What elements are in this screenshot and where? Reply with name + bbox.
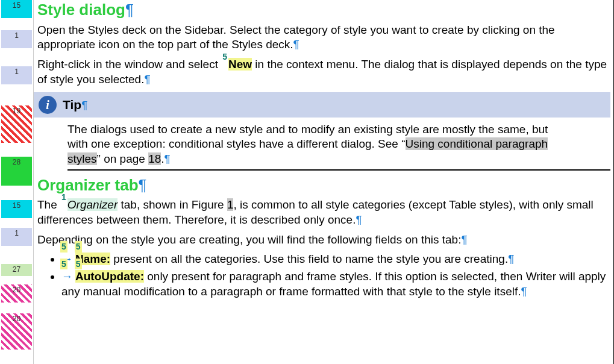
pilcrow-icon: ¶ (356, 213, 362, 226)
pilcrow-icon: ¶ (139, 176, 147, 194)
gutter-mark: 28 (1, 157, 32, 186)
pilcrow-icon: ¶ (164, 152, 171, 165)
right-margin-line (612, 0, 614, 364)
heading-block: Organizer tab¶ (34, 175, 610, 196)
text-run: Right-click in the window and select (37, 58, 218, 71)
para-right-click: Right-click in the window and select 5Ne… (37, 57, 610, 87)
revision-mark: 5 (221, 52, 228, 61)
pilcrow-icon: ¶ (144, 73, 150, 86)
paragraph: Right-click in the window and select 5Ne… (34, 57, 610, 87)
pilcrow-icon: ¶ (521, 285, 527, 298)
margin-gutter: 15111928151272020 (0, 0, 34, 364)
heading-text: Style dialog (37, 1, 125, 19)
pilcrow-icon: ¶ (81, 99, 87, 111)
revision-marks: 5 5 (60, 241, 82, 252)
list-item-name: 5 5 →Name: present on all the categories… (61, 252, 610, 267)
para-open-styles: Open the Styles deck on the Sidebar. Sel… (37, 23, 610, 52)
heading-style-dialog: Style dialog¶ (37, 0, 610, 20)
tip-label: Tip (63, 98, 81, 111)
text-run: ” on page (97, 152, 149, 165)
tab-arrow-icon: → (61, 270, 73, 283)
highlight-new: New (228, 58, 252, 71)
gutter-mark: 20 (1, 284, 32, 303)
heading-organizer-tab: Organizer tab¶ (37, 175, 610, 196)
revision-mark: 1 (60, 192, 67, 202)
document-body: Style dialog¶ Open the Styles deck on th… (34, 0, 614, 364)
revision-mark: 5 (75, 241, 82, 252)
revision-mark: 5 (60, 241, 67, 252)
gutter-mark: 20 (1, 313, 32, 350)
pilcrow-icon: ¶ (508, 253, 514, 265)
figure-reference[interactable]: 1 (227, 198, 234, 211)
tip-heading-box: i Tip¶ (34, 92, 610, 118)
pilcrow-icon: ¶ (125, 1, 134, 19)
revision-mark: 5 (75, 259, 82, 269)
bullet-list: 5 5 →Name: present on all the categories… (37, 252, 610, 299)
para-organizer-intro: The 1Organizer tab, shown in Figure 1, i… (37, 198, 610, 227)
paragraph: Open the Styles deck on the Sidebar. Sel… (34, 23, 610, 52)
paragraph: The 1Organizer tab, shown in Figure 1, i… (34, 198, 610, 227)
gutter-mark: 15 (1, 200, 32, 218)
heading-block: Style dialog¶ (34, 0, 610, 20)
para-depending: Depending on the style you are creating,… (37, 233, 610, 248)
gutter-mark: 1 (1, 66, 32, 84)
text-run: tab, shown in Figure (117, 198, 227, 211)
gutter-mark: 1 (1, 30, 32, 48)
paragraph: Depending on the style you are creating,… (34, 233, 610, 248)
text-run: present on all the categories. Use this … (110, 253, 508, 265)
gutter-mark: 1 (1, 228, 32, 246)
tab-name-ref: Organizer (67, 198, 117, 211)
gutter-mark: 19 (1, 105, 32, 143)
text-run: The (37, 198, 57, 211)
tip-label-wrap: Tip¶ (63, 96, 87, 113)
info-icon: i (39, 96, 57, 114)
revision-mark: 5 (60, 259, 67, 269)
tip-body: The dialogs used to create a new style a… (67, 122, 610, 171)
list-item-autoupdate: 5 5 →AutoUpdate: only present for paragr… (61, 269, 610, 299)
term-autoupdate: AutoUpdate: (75, 270, 144, 283)
gutter-mark: 15 (1, 0, 32, 18)
revision-marks: 5 5 (60, 259, 82, 269)
document-page: 15111928151272020 Style dialog¶ Open the… (0, 0, 614, 364)
text-run: Depending on the style you are creating,… (37, 233, 461, 246)
gutter-mark: 27 (1, 264, 32, 276)
page-reference[interactable]: 18 (148, 152, 161, 165)
field-list: 5 5 →Name: present on all the categories… (34, 252, 610, 299)
pilcrow-icon: ¶ (293, 38, 299, 51)
heading-text: Organizer tab (37, 176, 139, 194)
pilcrow-icon: ¶ (461, 233, 467, 246)
